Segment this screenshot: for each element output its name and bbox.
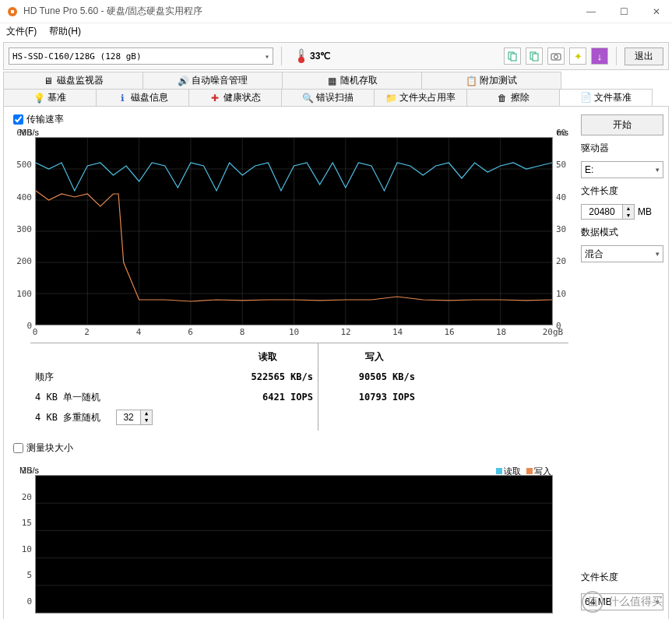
thermometer-icon — [296, 48, 307, 64]
panel-file-benchmark: 传输速率 MB/s ms 0100200300400500600 0102030… — [3, 106, 669, 619]
drive-select[interactable]: HS-SSD-C160/128G (128 gB) ▾ — [9, 47, 273, 65]
temperature-value: 33℃ — [310, 51, 330, 62]
screenshot-icon[interactable] — [547, 47, 565, 65]
svg-point-10 — [554, 55, 558, 59]
tab-error-scan[interactable]: 🔍错误扫描 — [281, 89, 375, 106]
spin-up-icon[interactable]: ▲ — [141, 410, 152, 417]
folder-icon: 📁 — [385, 93, 396, 104]
exit-button[interactable]: 退出 — [625, 47, 663, 65]
temperature-display: 33℃ — [296, 48, 330, 64]
search-icon: 🔍 — [302, 93, 313, 104]
random-icon: ▦ — [326, 76, 337, 86]
svg-rect-6 — [511, 54, 516, 61]
drive-select-value: HS-SSD-C160/128G (128 gB) — [12, 51, 142, 62]
titlebar: HD Tune Pro 5.60 - 硬盘/固态硬盘实用程序 — ☐ ✕ — [0, 0, 672, 23]
drive-letter-select[interactable]: E: ▾ — [581, 161, 663, 178]
menubar: 文件(F) 帮助(H) — [0, 23, 672, 40]
pattern-select[interactable]: 混合 ▾ — [581, 245, 663, 262]
transfer-plot — [35, 137, 553, 325]
svg-rect-8 — [533, 54, 538, 61]
speaker-icon: 🔊 — [178, 76, 188, 86]
col-write-header: 写入 — [334, 346, 415, 367]
filelen-unit: MB — [638, 206, 652, 217]
tab-disk-monitor[interactable]: 🖥磁盘监视器 — [3, 72, 143, 89]
minimize-button[interactable]: — — [582, 6, 600, 17]
svg-rect-1 — [11, 10, 14, 13]
extra-icon: 📋 — [466, 76, 477, 86]
bulb-icon: 💡 — [33, 93, 44, 104]
tab-health[interactable]: ✚健康状态 — [188, 89, 282, 106]
spin-down-icon[interactable]: ▼ — [141, 417, 152, 424]
erase-icon: 🗑 — [497, 93, 508, 104]
filelen-label: 文件长度 — [581, 185, 663, 198]
filebench-icon: 📄 — [580, 92, 591, 103]
menu-help[interactable]: 帮助(H) — [49, 25, 81, 39]
health-icon: ✚ — [209, 93, 220, 104]
info-icon: ℹ — [117, 93, 128, 104]
blocksize-plot — [35, 475, 553, 614]
filelen-spinner[interactable]: ▲▼ — [581, 204, 635, 220]
4k-single-read: 6421 IOPS — [222, 387, 313, 407]
tab-file-benchmark[interactable]: 📄文件基准 — [559, 89, 653, 106]
svg-rect-4 — [301, 55, 302, 60]
drive-label: 驱动器 — [581, 142, 663, 155]
seq-write: 90505 KB/s — [334, 367, 415, 387]
tab-aam[interactable]: 🔊自动噪音管理 — [142, 72, 283, 89]
settings-icon[interactable]: ✦ — [569, 47, 586, 65]
tab-extra-tests[interactable]: 📋附加测试 — [421, 72, 561, 89]
seq-read: 522565 KB/s — [222, 367, 313, 387]
tab-erase[interactable]: 🗑擦除 — [466, 89, 560, 106]
start-button[interactable]: 开始 — [581, 114, 663, 135]
transfer-chart: MB/s ms 0100200300400500600 010203040506… — [12, 129, 572, 339]
row-sequential: 顺序 — [35, 367, 213, 387]
copy-icon[interactable] — [504, 47, 521, 65]
4k-single-write: 10793 IOPS — [334, 387, 415, 407]
filelen2-select[interactable]: 64 MB ▾ — [581, 593, 663, 610]
menu-file[interactable]: 文件(F) — [6, 25, 37, 39]
col-read-header: 读取 — [222, 346, 313, 367]
tabs: 🖥磁盘监视器 🔊自动噪音管理 ▦随机存取 📋附加测试 💡基准 ℹ磁盘信息 ✚健康… — [3, 72, 669, 106]
monitor-icon: 🖥 — [43, 76, 54, 86]
close-button[interactable]: ✕ — [647, 6, 666, 17]
tab-folder-usage[interactable]: 📁文件夹占用率 — [374, 89, 467, 106]
toolbar: HS-SSD-C160/128G (128 gB) ▾ 33℃ ✦ ↓ 退出 — [3, 42, 669, 70]
multi-queue-spinner[interactable]: ▲▼ — [116, 410, 153, 425]
save-icon[interactable]: ↓ — [591, 47, 608, 65]
spin-down-icon[interactable]: ▼ — [623, 212, 634, 219]
sidebar: 开始 驱动器 E: ▾ 文件长度 ▲▼ MB 数据模式 混合 ▾ 文件长度 — [581, 111, 663, 619]
chevron-down-icon: ▾ — [656, 250, 660, 258]
row-4kb-single: 4 KB 单一随机 — [35, 387, 213, 407]
row-4kb-multi: 4 KB 多重随机 ▲▼ — [35, 407, 213, 427]
window-title: HD Tune Pro 5.60 - 硬盘/固态硬盘实用程序 — [23, 5, 582, 18]
results-table: 顺序 4 KB 单一随机 4 KB 多重随机 ▲▼ 读取 522565 KB/s… — [30, 343, 568, 431]
copy2-icon[interactable] — [526, 47, 543, 65]
chevron-down-icon: ▾ — [656, 598, 660, 606]
chevron-down-icon: ▾ — [656, 166, 660, 174]
tab-random-access[interactable]: ▦随机存取 — [282, 72, 422, 89]
pattern-label: 数据模式 — [581, 226, 663, 239]
filelen2-label: 文件长度 — [581, 571, 663, 584]
tab-benchmark[interactable]: 💡基准 — [3, 89, 97, 106]
blocksize-chart: MB/s 读取 写入 0510152025 — [12, 467, 572, 615]
tab-info[interactable]: ℹ磁盘信息 — [96, 89, 189, 106]
spin-up-icon[interactable]: ▲ — [623, 205, 634, 212]
maximize-button[interactable]: ☐ — [614, 6, 633, 17]
chevron-down-icon: ▾ — [265, 52, 269, 61]
app-icon — [6, 5, 19, 18]
transfer-rate-checkbox[interactable]: 传输速率 — [13, 113, 575, 126]
blocksize-checkbox[interactable]: 测量块大小 — [13, 441, 575, 455]
